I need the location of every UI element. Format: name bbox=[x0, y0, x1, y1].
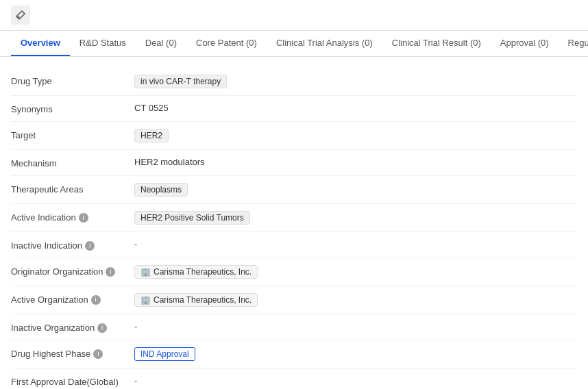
field-value: - bbox=[134, 321, 577, 331]
tab-r-d-status[interactable]: R&D Status bbox=[70, 31, 136, 56]
tab-clinical-trial-result--0-[interactable]: Clinical Trial Result (0) bbox=[382, 31, 491, 56]
org-tag-value[interactable]: 🏢Carisma Therapeutics, Inc. bbox=[134, 265, 258, 279]
info-row-mechanism: MechanismHER2 modulators bbox=[11, 150, 577, 176]
tab-regulation--0-[interactable]: Regulation (0) bbox=[559, 31, 588, 56]
info-row-therapeutic-areas: Therapeutic AreasNeoplasms bbox=[11, 176, 577, 204]
info-row-originator-organization: Originator Organizationi🏢Carisma Therape… bbox=[11, 258, 577, 286]
field-value: - bbox=[134, 239, 577, 249]
building-icon: 🏢 bbox=[140, 267, 151, 277]
info-icon[interactable]: i bbox=[106, 267, 115, 277]
field-label: First Approval Date(Global) bbox=[11, 375, 134, 387]
field-value: IND Approval bbox=[134, 347, 577, 361]
content-area: Drug Typein vivo CAR-T therapySynonymsCT… bbox=[0, 57, 588, 389]
info-row-inactive-indication: Inactive Indicationi- bbox=[11, 232, 577, 258]
dash-value: - bbox=[134, 239, 137, 249]
field-label: Drug Type bbox=[11, 75, 134, 86]
tag-value: in vivo CAR-T therapy bbox=[134, 75, 227, 88]
info-icon[interactable]: i bbox=[91, 295, 101, 305]
info-icon[interactable]: i bbox=[97, 323, 107, 333]
header-icon bbox=[11, 5, 30, 25]
page-header bbox=[0, 0, 588, 31]
field-value: 🏢Carisma Therapeutics, Inc. bbox=[134, 293, 577, 307]
text-value: CT 0525 bbox=[134, 103, 169, 113]
info-row-active-organization: Active Organizationi🏢Carisma Therapeutic… bbox=[11, 286, 577, 314]
tab-deal--0-[interactable]: Deal (0) bbox=[136, 31, 186, 56]
building-icon: 🏢 bbox=[140, 295, 151, 305]
info-row-synonyms: SynonymsCT 0525 bbox=[11, 96, 577, 122]
tab-overview[interactable]: Overview bbox=[11, 31, 70, 56]
org-tag-value[interactable]: 🏢Carisma Therapeutics, Inc. bbox=[134, 293, 258, 307]
info-row-target: TargetHER2 bbox=[11, 122, 577, 150]
info-icon[interactable]: i bbox=[93, 349, 103, 359]
info-row-first-approval-date-global-: First Approval Date(Global)- bbox=[11, 368, 577, 389]
info-row-active-indication: Active IndicationiHER2 Positive Solid Tu… bbox=[11, 204, 577, 232]
field-value: in vivo CAR-T therapy bbox=[134, 75, 577, 88]
field-value: 🏢Carisma Therapeutics, Inc. bbox=[134, 265, 577, 279]
field-label: Active Organizationi bbox=[11, 293, 134, 305]
field-label: Originator Organizationi bbox=[11, 265, 134, 277]
field-value: - bbox=[134, 375, 577, 386]
tab-clinical-trial-analysis--0-[interactable]: Clinical Trial Analysis (0) bbox=[267, 31, 382, 56]
tab-approval--0-[interactable]: Approval (0) bbox=[491, 31, 559, 56]
field-value: CT 0525 bbox=[134, 103, 577, 113]
info-icon[interactable]: i bbox=[85, 241, 95, 251]
info-row-drug-type: Drug Typein vivo CAR-T therapy bbox=[11, 68, 577, 96]
info-icon[interactable]: i bbox=[79, 213, 88, 223]
field-label: Mechanism bbox=[11, 157, 134, 168]
info-row-inactive-organization: Inactive Organizationi- bbox=[11, 314, 577, 340]
tag-value: HER2 Positive Solid Tumors bbox=[134, 211, 250, 225]
field-label: Therapeutic Areas bbox=[11, 183, 134, 194]
tag-blue-value: IND Approval bbox=[134, 347, 195, 361]
dash-value: - bbox=[134, 375, 137, 386]
field-label: Target bbox=[11, 129, 134, 140]
tag-value: HER2 bbox=[134, 129, 169, 142]
section-title bbox=[11, 57, 577, 68]
field-label: Inactive Organizationi bbox=[11, 321, 134, 333]
field-label: Active Indicationi bbox=[11, 211, 134, 223]
tab-core-patent--0-[interactable]: Core Patent (0) bbox=[186, 31, 267, 56]
tag-value: Neoplasms bbox=[134, 183, 188, 197]
field-value: HER2 Positive Solid Tumors bbox=[134, 211, 577, 225]
svg-point-0 bbox=[18, 16, 20, 18]
field-label: Synonyms bbox=[11, 103, 134, 114]
field-label: Drug Highest Phasei bbox=[11, 347, 134, 359]
field-value: HER2 bbox=[134, 129, 577, 142]
field-label: Inactive Indicationi bbox=[11, 239, 134, 251]
tab-bar: OverviewR&D StatusDeal (0)Core Patent (0… bbox=[0, 31, 588, 57]
field-value: HER2 modulators bbox=[134, 157, 577, 167]
dash-value: - bbox=[134, 321, 137, 331]
field-value: Neoplasms bbox=[134, 183, 577, 197]
info-row-drug-highest-phase: Drug Highest PhaseiIND Approval bbox=[11, 340, 577, 368]
text-value: HER2 modulators bbox=[134, 157, 205, 167]
